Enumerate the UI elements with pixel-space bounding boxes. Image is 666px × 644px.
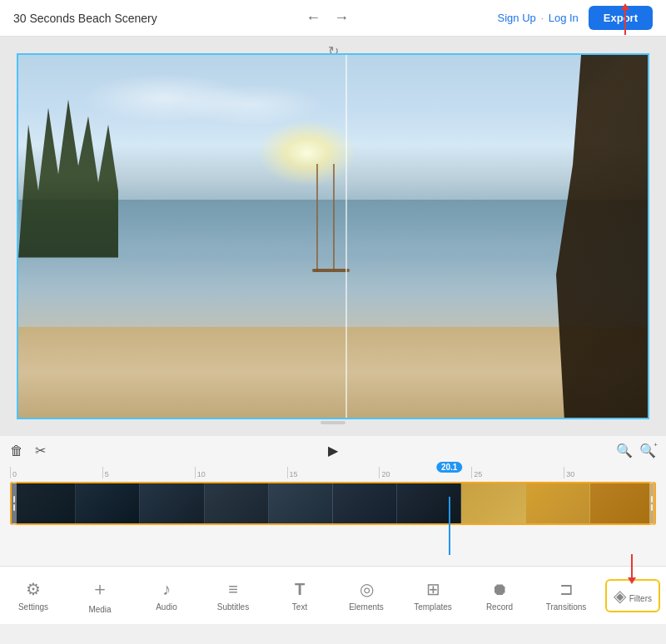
undo-button[interactable]: ← bbox=[306, 9, 321, 27]
beach-scene bbox=[18, 55, 648, 418]
bottom-nav: ⚙ Settings ＋ Media ♪ Audio ≡ Subtitles T… bbox=[0, 566, 666, 624]
timeline-ruler: 0 5 10 15 20 25 30 20.1 bbox=[10, 462, 656, 480]
handle-lines-left bbox=[13, 496, 15, 511]
handle-line-4 bbox=[651, 504, 653, 511]
arrow-line-up bbox=[624, 10, 626, 35]
preview-area: ↻ bbox=[0, 37, 666, 436]
ruler-mark-30: 30 bbox=[564, 467, 656, 478]
strip-frame-4 bbox=[205, 483, 269, 523]
audio-label: Audio bbox=[156, 602, 177, 612]
arrow-head-down-icon bbox=[628, 577, 636, 584]
page-title: 30 Seconds Beach Scenery bbox=[13, 12, 157, 25]
ruler-mark-0: 0 bbox=[10, 467, 102, 478]
swing bbox=[333, 164, 335, 272]
timeline-tools-left: 🗑 ✂ bbox=[10, 443, 46, 458]
zoom-out-icon[interactable]: 🔍 bbox=[616, 443, 633, 458]
filters-label: Filters bbox=[629, 594, 652, 603]
timeline-tools-right: 🔍 🔍+ bbox=[616, 443, 656, 458]
timeline-toolbar: 🗑 ✂ ▶ 🔍 🔍+ bbox=[10, 443, 656, 458]
strip-frame-6 bbox=[333, 483, 397, 523]
media-label: Media bbox=[88, 605, 111, 614]
arrow-head-up-icon bbox=[621, 3, 629, 10]
nav-text[interactable]: T Text bbox=[266, 567, 333, 624]
sign-up-link[interactable]: Sign Up bbox=[498, 12, 536, 24]
video-strip[interactable] bbox=[10, 482, 656, 525]
video-preview bbox=[17, 53, 649, 419]
preview-playhead bbox=[345, 55, 347, 418]
ruler-mark-25: 25 bbox=[471, 467, 564, 478]
ruler-marks: 0 5 10 15 20 25 30 bbox=[10, 467, 656, 478]
subtitles-icon: ≡ bbox=[228, 580, 238, 599]
subtitles-label: Subtitles bbox=[217, 602, 249, 612]
swing-seat bbox=[312, 269, 350, 272]
templates-icon: ⊞ bbox=[426, 579, 440, 599]
timeline-area: 🗑 ✂ ▶ 🔍 🔍+ 0 5 10 15 20 25 30 bbox=[0, 436, 666, 566]
playhead-time-badge[interactable]: 20.1 bbox=[436, 462, 462, 473]
filters-arrow-indicator bbox=[628, 554, 636, 584]
ruler-mark-15: 15 bbox=[287, 467, 380, 478]
transitions-label: Transitions bbox=[546, 602, 587, 612]
nav-transitions[interactable]: ⊐ Transitions bbox=[533, 567, 599, 624]
clouds2 bbox=[176, 84, 326, 126]
nav-elements[interactable]: ◎ Elements bbox=[333, 567, 400, 624]
cut-tool-icon[interactable]: ✂ bbox=[35, 443, 46, 458]
templates-label: Templates bbox=[414, 602, 452, 612]
nav-subtitles[interactable]: ≡ Subtitles bbox=[200, 567, 266, 624]
strip-frame-10 bbox=[590, 483, 654, 523]
play-button[interactable]: ▶ bbox=[328, 443, 338, 458]
playhead-needle bbox=[449, 497, 450, 555]
text-icon: T bbox=[295, 580, 305, 599]
export-arrow-indicator bbox=[621, 3, 629, 35]
strip-frame-3 bbox=[140, 483, 204, 523]
ruler-mark-5: 5 bbox=[102, 467, 195, 478]
record-label: Record bbox=[486, 602, 513, 612]
strip-frame-9 bbox=[526, 483, 590, 523]
handle-line-3 bbox=[651, 496, 653, 503]
auth-links: Sign Up · Log In bbox=[498, 12, 579, 24]
audio-icon: ♪ bbox=[162, 580, 171, 599]
transitions-icon: ⊐ bbox=[559, 579, 574, 599]
media-icon: ＋ bbox=[91, 577, 109, 602]
play-button-wrapper: ▶ bbox=[328, 443, 338, 458]
handle-line-2 bbox=[13, 504, 15, 511]
strip-frame-2 bbox=[76, 483, 140, 523]
nav-templates[interactable]: ⊞ Templates bbox=[400, 567, 466, 624]
settings-label: Settings bbox=[18, 602, 48, 612]
strip-frame-8 bbox=[461, 483, 525, 523]
handle-line-1 bbox=[13, 496, 15, 503]
strip-handle-right[interactable] bbox=[649, 482, 654, 525]
nav-settings[interactable]: ⚙ Settings bbox=[0, 567, 67, 624]
handle-lines-right bbox=[651, 496, 653, 511]
redo-button[interactable]: → bbox=[334, 9, 349, 27]
settings-icon: ⚙ bbox=[26, 579, 41, 599]
ruler-mark-10: 10 bbox=[195, 467, 287, 478]
auth-separator: · bbox=[540, 12, 546, 24]
record-icon: ⏺ bbox=[491, 580, 508, 599]
elements-label: Elements bbox=[349, 602, 384, 612]
strip-frame-1 bbox=[12, 483, 76, 523]
video-strip-container bbox=[10, 482, 656, 525]
nav-media[interactable]: ＋ Media bbox=[67, 567, 133, 624]
header-right: Sign Up · Log In Export bbox=[498, 6, 653, 30]
nav-record[interactable]: ⏺ Record bbox=[466, 567, 533, 624]
arrow-line-down bbox=[631, 554, 633, 577]
filters-icon: ◈ bbox=[614, 587, 626, 605]
header: 30 Seconds Beach Scenery ← → Sign Up · L… bbox=[0, 0, 666, 37]
sun-glow bbox=[257, 120, 357, 186]
header-center: ← → bbox=[306, 9, 349, 27]
strip-frame-5 bbox=[269, 483, 333, 523]
preview-scroll bbox=[321, 421, 345, 424]
zoom-in-icon[interactable]: 🔍+ bbox=[639, 443, 656, 458]
strip-handle-left[interactable] bbox=[12, 482, 17, 525]
strip-frame-7 bbox=[397, 483, 461, 523]
elements-icon: ◎ bbox=[360, 579, 374, 599]
log-in-link[interactable]: Log In bbox=[549, 12, 579, 24]
nav-audio[interactable]: ♪ Audio bbox=[133, 567, 200, 624]
text-label: Text bbox=[292, 602, 307, 612]
delete-tool-icon[interactable]: 🗑 bbox=[10, 443, 23, 458]
sand-area bbox=[18, 327, 648, 418]
